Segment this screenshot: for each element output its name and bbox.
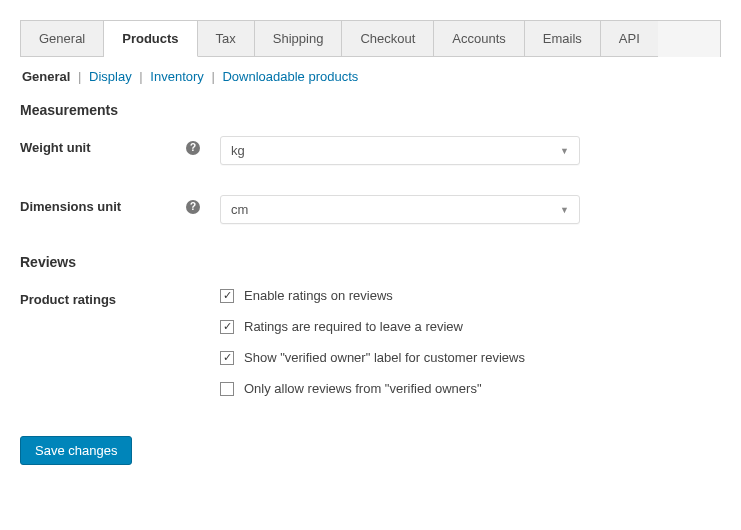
row-product-ratings: Product ratings Enable ratings on review…: [20, 288, 721, 396]
chevron-down-icon: ▼: [560, 146, 569, 156]
checkbox-icon[interactable]: [220, 320, 234, 334]
checkbox-label: Ratings are required to leave a review: [244, 319, 463, 334]
tab-checkout[interactable]: Checkout: [342, 21, 434, 57]
tab-tax[interactable]: Tax: [198, 21, 255, 57]
tab-api[interactable]: API: [601, 21, 658, 57]
row-dimensions-unit: Dimensions unit ? cm ▼: [20, 195, 721, 224]
subtab-downloadable[interactable]: Downloadable products: [222, 69, 358, 84]
checkbox-verified-label[interactable]: Show "verified owner" label for customer…: [220, 350, 580, 365]
dimensions-unit-label: Dimensions unit: [20, 199, 121, 214]
checkbox-icon[interactable]: [220, 382, 234, 396]
sub-tabs: General | Display | Inventory | Download…: [22, 69, 719, 84]
checkbox-icon[interactable]: [220, 351, 234, 365]
checkbox-enable-ratings[interactable]: Enable ratings on reviews: [220, 288, 580, 303]
separator: |: [78, 69, 81, 84]
help-icon[interactable]: ?: [186, 200, 200, 214]
weight-unit-select[interactable]: kg ▼: [220, 136, 580, 165]
save-button[interactable]: Save changes: [20, 436, 132, 465]
tab-shipping[interactable]: Shipping: [255, 21, 343, 57]
section-reviews: Reviews: [20, 254, 721, 270]
subtab-general[interactable]: General: [22, 69, 70, 84]
weight-unit-label: Weight unit: [20, 140, 91, 155]
product-ratings-label: Product ratings: [20, 292, 116, 307]
subtab-inventory[interactable]: Inventory: [150, 69, 203, 84]
subtab-display[interactable]: Display: [89, 69, 132, 84]
tab-accounts[interactable]: Accounts: [434, 21, 524, 57]
checkbox-label: Show "verified owner" label for customer…: [244, 350, 525, 365]
checkbox-label: Only allow reviews from "verified owners…: [244, 381, 482, 396]
separator: |: [211, 69, 214, 84]
weight-unit-value: kg: [231, 143, 245, 158]
section-measurements: Measurements: [20, 102, 721, 118]
tab-products[interactable]: Products: [104, 21, 197, 57]
tab-emails[interactable]: Emails: [525, 21, 601, 57]
checkbox-ratings-required[interactable]: Ratings are required to leave a review: [220, 319, 580, 334]
row-weight-unit: Weight unit ? kg ▼: [20, 136, 721, 165]
tab-general[interactable]: General: [21, 21, 104, 57]
checkbox-verified-only[interactable]: Only allow reviews from "verified owners…: [220, 381, 580, 396]
help-icon[interactable]: ?: [186, 141, 200, 155]
chevron-down-icon: ▼: [560, 205, 569, 215]
checkbox-icon[interactable]: [220, 289, 234, 303]
main-tabs: General Products Tax Shipping Checkout A…: [20, 20, 721, 57]
dimensions-unit-select[interactable]: cm ▼: [220, 195, 580, 224]
checkbox-label: Enable ratings on reviews: [244, 288, 393, 303]
separator: |: [139, 69, 142, 84]
dimensions-unit-value: cm: [231, 202, 248, 217]
